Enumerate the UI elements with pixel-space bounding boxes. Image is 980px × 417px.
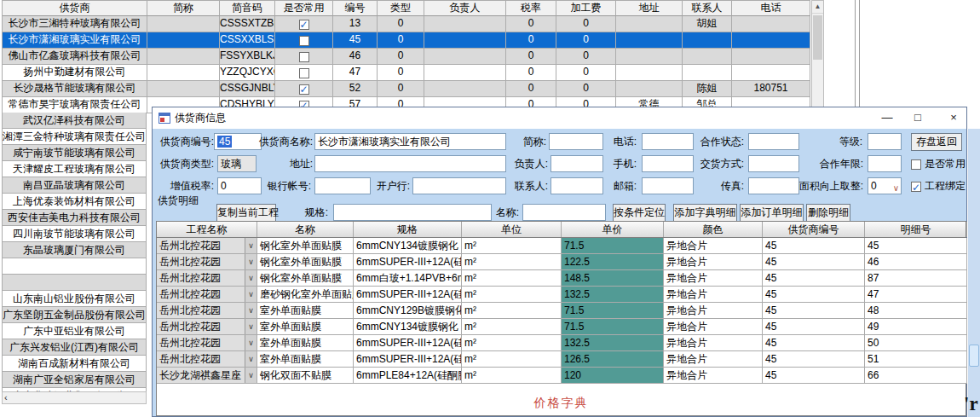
- mobile-input[interactable]: [642, 155, 694, 172]
- chevron-down-icon[interactable]: ∨: [245, 287, 257, 302]
- column-header[interactable]: 是否常用: [275, 1, 333, 16]
- grid-column-header[interactable]: 工程名称: [157, 222, 257, 237]
- locate-by-condition-button[interactable]: 按条件定位: [613, 204, 666, 222]
- behind-window-scroll-strip[interactable]: [968, 129, 980, 417]
- grid-column-header[interactable]: 规格: [354, 222, 462, 237]
- list-item[interactable]: 武汉亿泽科技有限公司: [3, 113, 146, 129]
- list-item[interactable]: 天津耀皮工程玻璃有限公司: [3, 161, 146, 177]
- project-combo-cell[interactable]: 岳州北控花园∨: [157, 335, 257, 351]
- column-header[interactable]: 加工费: [556, 1, 616, 16]
- minimize-button[interactable]: —: [875, 107, 899, 129]
- common-checkbox[interactable]: [299, 84, 309, 95]
- coop-status-input[interactable]: [748, 133, 799, 150]
- supplier-list-hscrollbar[interactable]: ‹: [2, 391, 147, 404]
- supplier-row[interactable]: 长沙晟格节能玻璃有限公司CSSGJNBLYXGS52000陈姐180751: [3, 81, 810, 97]
- list-item[interactable]: 南昌亚晶玻璃有限公司: [3, 177, 146, 194]
- name-filter-input[interactable]: [522, 204, 606, 221]
- copy-project-button[interactable]: 复制当前工程: [216, 204, 276, 222]
- bank-account-input[interactable]: [314, 177, 371, 194]
- grid-column-header[interactable]: 供货商编号: [763, 222, 865, 237]
- delivery-method-input[interactable]: [748, 155, 799, 172]
- vat-rate-input[interactable]: 0: [217, 177, 262, 194]
- list-item[interactable]: 广东中亚铝业有限公司: [3, 323, 146, 339]
- column-header[interactable]: 简音码: [220, 1, 275, 16]
- chevron-down-icon[interactable]: ∨: [245, 319, 257, 334]
- chevron-down-icon[interactable]: ∨: [245, 238, 257, 253]
- project-combo-cell[interactable]: 岳州北控花园∨: [157, 270, 257, 287]
- spec-filter-input[interactable]: [333, 204, 492, 221]
- scrollbar-thumb[interactable]: [813, 15, 822, 60]
- email-input[interactable]: [642, 177, 694, 194]
- detail-row[interactable]: 岳州北控花园∨室外单面贴膜6mmSUPER-III+12A(硅..m²132.5…: [157, 335, 966, 351]
- column-header[interactable]: 地址: [616, 1, 683, 16]
- column-header[interactable]: 简称: [147, 1, 220, 16]
- detail-row[interactable]: 岳州北控花园∨钢化室外单面贴膜6mmSUPER-III+12A(硅..m²122…: [157, 254, 966, 270]
- list-item[interactable]: 广东兴发铝业(江西)有限公司: [3, 339, 146, 356]
- supplier-row[interactable]: 扬州中勤建材有限公司YZZQJCYXGS47000: [3, 65, 810, 81]
- chevron-down-icon[interactable]: ∨: [245, 368, 257, 383]
- list-item[interactable]: [3, 275, 146, 291]
- detail-row[interactable]: 岳州北控花园∨室外单面贴膜6mmCNY134镀膜钢化m²71.5异地合片4549: [157, 319, 966, 335]
- chevron-down-icon[interactable]: ∨: [245, 335, 257, 350]
- grid-column-header[interactable]: 单位: [462, 222, 562, 237]
- chevron-down-icon[interactable]: ∨: [245, 254, 257, 269]
- project-combo-cell[interactable]: 岳州北控花园∨: [157, 238, 257, 254]
- suppliers-table-vscrollbar[interactable]: ▲: [811, 0, 824, 113]
- add-dict-detail-button[interactable]: 添加字典明细: [673, 204, 737, 222]
- column-header[interactable]: 负责人: [424, 1, 506, 16]
- leader-input[interactable]: [551, 155, 603, 172]
- abbr-input[interactable]: [549, 133, 603, 150]
- column-header[interactable]: 编号: [333, 1, 378, 16]
- column-header[interactable]: 供货商: [3, 1, 147, 16]
- add-order-detail-button[interactable]: 添加订单明细: [740, 204, 804, 222]
- delete-detail-button[interactable]: 删除明细: [806, 204, 850, 222]
- common-checkbox[interactable]: [299, 52, 309, 62]
- supplier-row[interactable]: 佛山市亿鑫玻璃科技有限公司FSSYXBLKJ..46000: [3, 49, 810, 65]
- grid-column-header[interactable]: 明细号: [865, 222, 967, 237]
- list-item[interactable]: 湖南百成新材料有限公司: [3, 356, 146, 372]
- save-return-button[interactable]: 存盘返回: [911, 133, 962, 151]
- column-header[interactable]: 电话: [732, 1, 810, 16]
- detail-row[interactable]: 岳州北控花园∨磨砂钢化室外单面贴膜6mmSUPER-III+12A(硅..m²1…: [157, 287, 966, 303]
- detail-row[interactable]: 岳州北控花园∨钢化室外单面贴膜6mmCNY134镀膜钢化m²71.5异地合片45…: [157, 238, 966, 254]
- scrollbar-thumb[interactable]: [969, 345, 979, 367]
- detail-row[interactable]: 岳州北控花园∨室外单面贴膜6mmSUPER-III+12A(硅..m²126.5…: [157, 351, 966, 368]
- project-combo-cell[interactable]: 岳州北控花园∨: [157, 254, 257, 270]
- list-item[interactable]: 湖南广亚全铝家居有限公司: [3, 372, 146, 388]
- list-item[interactable]: 西安佳吉美电力科技有限公司: [3, 210, 146, 226]
- coop-years-input[interactable]: [868, 155, 902, 172]
- scroll-left-icon[interactable]: ‹: [4, 392, 8, 403]
- column-header[interactable]: 类型: [378, 1, 424, 16]
- supplier-type-input[interactable]: 玻璃: [217, 155, 257, 172]
- address-input[interactable]: [314, 155, 506, 172]
- list-item[interactable]: [3, 258, 146, 275]
- is-common-checkbox[interactable]: 是否常用: [911, 156, 966, 171]
- dialog-titlebar[interactable]: 供货商信息 — □ ×: [153, 107, 966, 129]
- chevron-down-icon[interactable]: ∨: [245, 303, 257, 318]
- scroll-up-icon[interactable]: ▲: [812, 1, 823, 14]
- list-item[interactable]: 东晶玻璃厦门有限公司: [3, 242, 146, 258]
- project-combo-cell[interactable]: 岳州北控花园∨: [157, 319, 257, 335]
- list-item[interactable]: 广东坚朗五金制品股份有限公司: [3, 307, 146, 323]
- list-item[interactable]: 咸宁南玻节能玻璃有限公司: [3, 145, 146, 161]
- column-header[interactable]: 联系人: [683, 1, 732, 16]
- project-combo-cell[interactable]: 岳州北控花园∨: [157, 351, 257, 368]
- grade-input[interactable]: [868, 133, 902, 150]
- maximize-button[interactable]: □: [906, 107, 930, 129]
- supplier-no-input[interactable]: 45: [214, 133, 262, 150]
- common-checkbox[interactable]: [299, 36, 309, 46]
- column-header[interactable]: 税率: [506, 1, 556, 16]
- common-checkbox[interactable]: [299, 20, 309, 30]
- supplier-name-input[interactable]: 长沙市潇湘玻璃实业有限公司: [314, 133, 506, 150]
- grid-column-header[interactable]: 颜色: [664, 222, 763, 237]
- project-combo-cell[interactable]: 岳州北控花园∨: [157, 303, 257, 319]
- chevron-down-icon[interactable]: ∨: [245, 270, 257, 286]
- common-checkbox[interactable]: [299, 68, 309, 78]
- list-item[interactable]: 上海优泰装饰材料有限公司: [3, 194, 146, 210]
- phone-input[interactable]: [642, 133, 694, 150]
- bank-branch-input[interactable]: [412, 177, 506, 194]
- supplier-row[interactable]: 长沙市三湘特种玻璃有限公司CSSSXTZBL..13000胡姐: [3, 16, 810, 32]
- list-item[interactable]: 山东南山铝业股份有限公司: [3, 291, 146, 307]
- grid-column-header[interactable]: 名称: [257, 222, 354, 237]
- supplier-row[interactable]: 长沙市潇湘玻璃实业有限公司CSSXXBLSY..45000: [3, 32, 810, 49]
